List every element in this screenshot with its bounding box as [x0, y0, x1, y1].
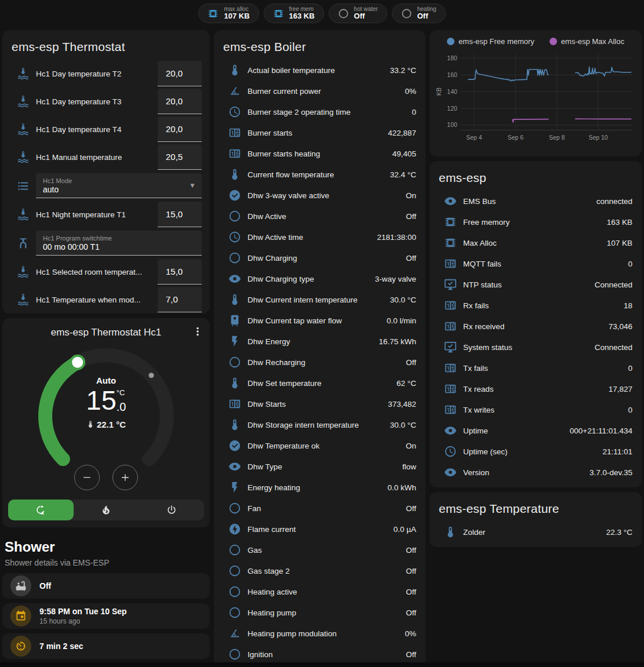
shower-info-card[interactable]: 9:58 PM on Tue 10 Sep15 hours ago: [2, 603, 210, 629]
entity-label: Burner starts: [248, 129, 383, 137]
entity-label: Actual boiler temperature: [248, 66, 385, 75]
thermostat-dial[interactable]: Auto 15 °C .0 22.1 °C: [13, 341, 199, 486]
number-input[interactable]: 20,5: [158, 144, 202, 170]
hvac-mode-power-button[interactable]: [139, 500, 204, 520]
entity-row[interactable]: Dhw Set temperature62 °C: [214, 373, 425, 393]
entity-row[interactable]: Burner starts422,887: [214, 122, 425, 143]
entity-row[interactable]: Energy heating0.0 kWh: [214, 477, 425, 498]
entity-row[interactable]: Hc1 Night temperature T115,0: [2, 201, 210, 228]
entity-row[interactable]: Heating pumpOff: [214, 602, 425, 623]
entity-row[interactable]: Dhw Storage intern temperature30.0 °C: [214, 414, 425, 435]
thermometer-water-icon: [17, 208, 30, 221]
hvac-mode-fire-button[interactable]: [74, 500, 139, 520]
decrease-temp-button[interactable]: [74, 465, 100, 490]
entity-label: Hc1 Temperature when mod...: [36, 296, 158, 304]
entity-row[interactable]: Heating pump modulation0%: [214, 623, 425, 644]
mode-select[interactable]: Hc1 Modeauto▼: [36, 173, 202, 198]
entity-row[interactable]: EMS Busconnected: [430, 191, 642, 212]
entity-row[interactable]: Hc1 Manual temperature20,5: [2, 143, 210, 171]
shower-info-card[interactable]: 7 min 2 sec: [2, 633, 210, 659]
text-input[interactable]: Hc1 Program switchtime00 mo 00:00 T1: [36, 231, 202, 256]
entity-row[interactable]: NTP statusConnected: [430, 274, 642, 295]
number-input[interactable]: 20,0: [158, 89, 202, 114]
entity-row[interactable]: Dhw ChargingOff: [214, 247, 425, 268]
status-chip[interactable]: heatingOff: [392, 3, 446, 23]
entity-row[interactable]: Dhw Temperature okOn: [214, 435, 425, 456]
entity-row[interactable]: Uptime (sec)21:11:01: [430, 441, 642, 462]
status-chip[interactable]: hot waterOff: [329, 3, 387, 23]
entity-row[interactable]: System statusConnected: [430, 337, 642, 358]
entity-row[interactable]: Hc1 Selected room temperat...15,0: [2, 258, 210, 286]
chip-value: Off: [417, 12, 436, 21]
entity-row[interactable]: Zolder22.3 °C: [430, 522, 642, 542]
entity-row[interactable]: Tx fails0: [430, 358, 642, 378]
entity-row[interactable]: Heating activeOff: [214, 581, 425, 602]
circle-icon: [228, 544, 241, 556]
entity-row[interactable]: Dhw Energy16.75 kWh: [214, 331, 425, 352]
entity-row[interactable]: Hc1 Day temperature T320,0: [2, 88, 210, 115]
shower-info-card[interactable]: Off: [2, 573, 210, 599]
entity-row[interactable]: Dhw Starts373,482: [214, 393, 425, 414]
chip-value: 163 KB: [289, 12, 315, 21]
entity-row[interactable]: Actual boiler temperature33.2 °C: [214, 60, 425, 81]
entity-row[interactable]: Hc1 Day temperature T220,0: [2, 60, 210, 88]
entity-row[interactable]: Uptime000+21:11:01.434: [430, 420, 642, 441]
entity-value: 0: [623, 364, 632, 373]
entity-row[interactable]: Rx fails18: [430, 295, 642, 316]
entity-row[interactable]: Dhw 3-way valve activeOn: [214, 185, 425, 206]
entity-row[interactable]: GasOff: [214, 540, 425, 560]
entity-row[interactable]: Dhw Typeflow: [214, 456, 425, 477]
svg-text:120: 120: [447, 105, 457, 112]
number-input[interactable]: 7,0: [158, 287, 202, 312]
entity-row[interactable]: Hc1 Day temperature T420,0: [2, 115, 210, 143]
status-chip[interactable]: max alloc107 KB: [198, 3, 259, 23]
entity-row[interactable]: Dhw RechargingOff: [214, 352, 425, 373]
entity-value: 49,405: [388, 150, 416, 158]
entity-row[interactable]: Dhw Current intern temperature30.0 °C: [214, 289, 425, 310]
monitor-check-icon: [444, 278, 457, 291]
number-input[interactable]: 20,0: [158, 116, 202, 142]
entity-row[interactable]: Hc1 Temperature when mod...7,0: [2, 286, 210, 314]
status-chip[interactable]: free mem163 KB: [264, 3, 324, 23]
entity-row[interactable]: MQTT fails0: [430, 253, 642, 274]
svg-text:Sep 8: Sep 8: [549, 134, 565, 141]
entity-row[interactable]: Free memory163 KB: [430, 212, 642, 232]
entity-row[interactable]: Rx received73,046: [430, 316, 642, 337]
dial-knob[interactable]: [70, 355, 85, 370]
entity-row[interactable]: Burner starts heating49,405: [214, 143, 425, 164]
entity-row[interactable]: Dhw Current tap water flow0.0 l/min: [214, 310, 425, 331]
entity-row[interactable]: Version3.7.0-dev.35: [430, 462, 642, 483]
dial-gauge[interactable]: [13, 341, 199, 486]
boiler-card: ems-esp Boiler Actual boiler temperature…: [214, 30, 425, 667]
circle-icon: [228, 585, 241, 598]
entity-row[interactable]: Max Alloc107 KB: [430, 232, 642, 253]
entity-value: 33.2 °C: [385, 66, 416, 75]
legend-label: ems-esp Free memory: [459, 37, 534, 46]
hvac-mode-thermostat-auto-button[interactable]: A: [8, 500, 74, 520]
entity-label: Ignition: [248, 650, 401, 659]
entity-row[interactable]: Dhw Charging type3-way valve: [214, 268, 425, 289]
number-input[interactable]: 20,0: [158, 61, 202, 86]
legend-item[interactable]: ems-esp Free memory: [447, 37, 534, 46]
legend-item[interactable]: ems-esp Max Alloc: [550, 37, 624, 46]
entity-row[interactable]: Dhw Active time2181:38:00: [214, 227, 425, 247]
card-title: ems-esp: [430, 161, 642, 191]
entity-row[interactable]: FanOff: [214, 498, 425, 519]
entity-row[interactable]: Gas stage 2Off: [214, 560, 425, 581]
number-input[interactable]: 15,0: [158, 259, 202, 285]
increase-temp-button[interactable]: [112, 465, 138, 490]
entity-row[interactable]: Dhw ActiveOff: [214, 206, 425, 227]
entity-row[interactable]: Hc1 Modeauto▼: [2, 171, 210, 201]
entity-row[interactable]: Current flow temperature32.4 °C: [214, 164, 425, 185]
entity-row[interactable]: Flame current0.0 µA: [214, 519, 425, 540]
entity-value: 0%: [400, 629, 416, 638]
entity-row[interactable]: Hc1 Program switchtime00 mo 00:00 T1: [2, 228, 210, 258]
entity-row[interactable]: Burner stage 2 operating time0: [214, 101, 425, 122]
entity-row[interactable]: IgnitionOff: [214, 644, 425, 665]
entity-row[interactable]: Burner current power0%: [214, 81, 425, 101]
entity-row[interactable]: Tx writes0: [430, 399, 642, 420]
entity-row[interactable]: Tx reads17,827: [430, 378, 642, 399]
thermometer-water-icon: [17, 151, 30, 163]
more-options-button[interactable]: [191, 325, 204, 338]
number-input[interactable]: 15,0: [158, 202, 202, 227]
